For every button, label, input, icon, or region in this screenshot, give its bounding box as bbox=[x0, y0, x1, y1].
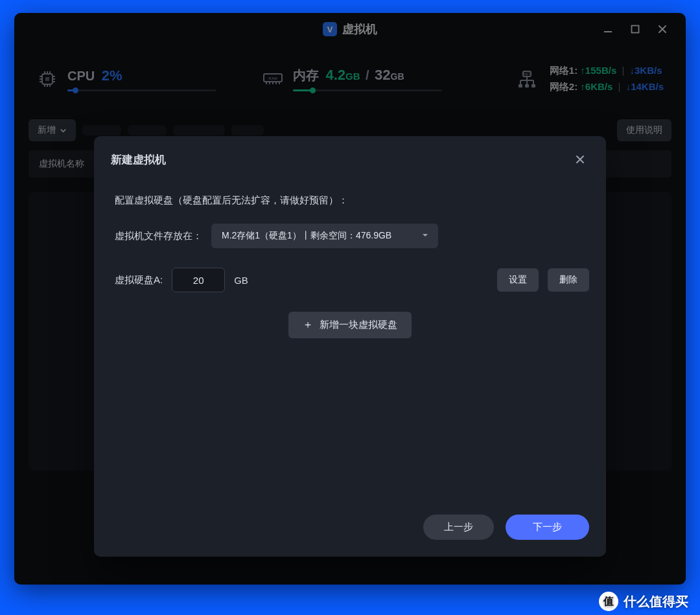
disk-settings-button[interactable]: 设置 bbox=[497, 268, 539, 292]
watermark-text: 什么值得买 bbox=[624, 593, 688, 610]
disk-delete-button[interactable]: 删除 bbox=[548, 268, 589, 292]
storage-select[interactable]: M.2存储1（硬盘1）丨剩余空间：476.9GB bbox=[211, 224, 438, 248]
prev-step-button[interactable]: 上一步 bbox=[423, 515, 494, 540]
next-step-button[interactable]: 下一步 bbox=[506, 515, 589, 540]
modal-footer: 上一步 下一步 bbox=[111, 515, 589, 540]
caret-down-icon bbox=[421, 231, 429, 241]
add-disk-button[interactable]: ＋ 新增一块虚拟硬盘 bbox=[288, 312, 412, 338]
close-icon bbox=[576, 155, 585, 164]
add-disk-label: 新增一块虚拟硬盘 bbox=[320, 319, 397, 331]
storage-row: 虚拟机文件存放在： M.2存储1（硬盘1）丨剩余空间：476.9GB bbox=[111, 224, 589, 248]
watermark-icon: 值 bbox=[599, 592, 618, 611]
storage-label: 虚拟机文件存放在： bbox=[115, 230, 202, 242]
disk-a-label: 虚拟硬盘A: bbox=[115, 274, 163, 286]
disk-unit: GB bbox=[234, 275, 248, 286]
config-hint: 配置虚拟硬盘（硬盘配置后无法扩容，请做好预留）： bbox=[115, 194, 589, 207]
watermark: 值 什么值得买 bbox=[599, 592, 688, 611]
add-disk-wrap: ＋ 新增一块虚拟硬盘 bbox=[111, 312, 589, 338]
app-window: V 虚拟机 CPU 2% bbox=[14, 13, 686, 585]
disk-a-actions: 设置 删除 bbox=[497, 268, 589, 292]
modal-title: 新建虚拟机 bbox=[111, 152, 166, 167]
disk-a-row: 虚拟硬盘A: GB 设置 删除 bbox=[111, 268, 589, 292]
modal-body: 配置虚拟硬盘（硬盘配置后无法扩容，请做好预留）： 虚拟机文件存放在： M.2存储… bbox=[111, 180, 589, 540]
plus-icon: ＋ bbox=[303, 318, 313, 332]
modal-close-button[interactable] bbox=[571, 150, 589, 168]
modal-overlay: 新建虚拟机 配置虚拟硬盘（硬盘配置后无法扩容，请做好预留）： 虚拟机文件存放在：… bbox=[14, 13, 686, 585]
storage-selected-value: M.2存储1（硬盘1）丨剩余空间：476.9GB bbox=[222, 230, 391, 242]
disk-a-size-input[interactable] bbox=[172, 268, 225, 292]
create-vm-modal: 新建虚拟机 配置虚拟硬盘（硬盘配置后无法扩容，请做好预留）： 虚拟机文件存放在：… bbox=[94, 136, 606, 557]
modal-header: 新建虚拟机 bbox=[111, 136, 589, 180]
